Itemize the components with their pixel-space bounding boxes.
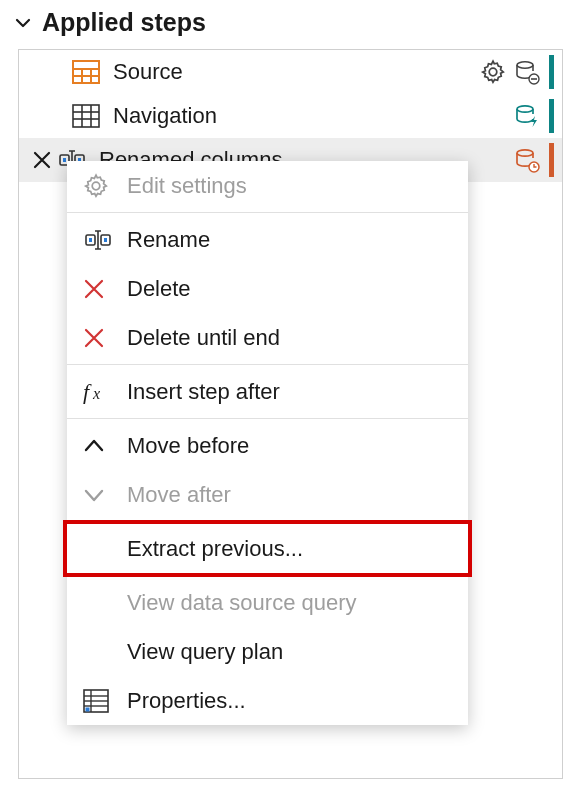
menu-item-move-after: Move after [67,470,468,519]
menu-item-delete[interactable]: Delete [67,264,468,313]
gear-icon[interactable] [479,58,507,86]
svg-rect-1 [74,62,98,68]
svg-point-8 [517,62,533,68]
menu-label: Properties... [127,688,246,714]
source-table-icon [71,57,101,87]
blank-icon [83,637,119,667]
svg-rect-2 [74,70,81,75]
menu-label: Extract previous... [127,536,303,562]
menu-item-delete-until-end[interactable]: Delete until end [67,313,468,362]
svg-rect-6 [83,77,90,82]
menu-label: Delete until end [127,325,280,351]
menu-item-properties[interactable]: Properties... [67,676,468,725]
svg-rect-5 [74,77,81,82]
chevron-down-icon [14,14,32,32]
menu-label: Move after [127,482,231,508]
status-bar [549,55,554,89]
step-row-source[interactable]: Source [19,50,562,94]
step-actions [479,55,554,89]
database-minus-icon[interactable] [513,58,541,86]
menu-separator [67,418,468,419]
svg-point-16 [517,106,533,112]
blank-icon [83,588,119,618]
database-clock-icon[interactable] [513,146,541,174]
svg-point-22 [517,150,533,156]
properties-icon [83,686,119,716]
menu-item-view-data-source-query: View data source query [67,578,468,627]
menu-separator [67,575,468,576]
menu-separator [67,364,468,365]
panel-title: Applied steps [42,8,206,37]
database-lightning-icon[interactable] [513,102,541,130]
x-icon [83,323,119,353]
svg-text:f: f [83,380,92,404]
svg-rect-3 [83,70,90,75]
menu-item-rename[interactable]: Rename [67,215,468,264]
menu-item-move-before[interactable]: Move before [67,421,468,470]
svg-rect-26 [89,238,92,242]
menu-item-view-query-plan[interactable]: View query plan [67,627,468,676]
step-label: Navigation [113,103,513,129]
svg-rect-11 [73,105,99,127]
rename-icon [83,225,119,255]
x-icon [83,274,119,304]
menu-label: Insert step after [127,379,280,405]
step-row-navigation[interactable]: Navigation [19,94,562,138]
menu-separator [67,212,468,213]
svg-rect-19 [63,158,66,162]
step-actions [513,99,554,133]
chevron-down-icon [83,480,119,510]
menu-separator [67,521,468,522]
step-label: Source [113,59,479,85]
status-bar [549,143,554,177]
menu-label: Move before [127,433,249,459]
step-actions [513,143,554,177]
gear-icon [83,171,119,201]
table-icon [71,101,101,131]
menu-label: Rename [127,227,210,253]
svg-text:x: x [92,385,100,402]
fx-icon: fx [83,377,119,407]
svg-rect-27 [104,238,107,242]
menu-label: Edit settings [127,173,247,199]
menu-item-edit-settings: Edit settings [67,161,468,210]
svg-rect-4 [92,70,98,75]
status-bar [549,99,554,133]
menu-label: View data source query [127,590,357,616]
svg-rect-7 [92,77,98,82]
svg-rect-36 [86,707,90,711]
menu-item-insert-step-after[interactable]: fx Insert step after [67,367,468,416]
blank-icon [83,534,119,564]
menu-label: Delete [127,276,191,302]
delete-step-button[interactable] [27,149,57,171]
applied-steps-header[interactable]: Applied steps [0,0,581,49]
context-menu: Edit settings Rename Delete Delete until… [67,161,468,725]
menu-label: View query plan [127,639,283,665]
chevron-up-icon [83,431,119,461]
menu-item-extract-previous[interactable]: Extract previous... [67,524,468,573]
